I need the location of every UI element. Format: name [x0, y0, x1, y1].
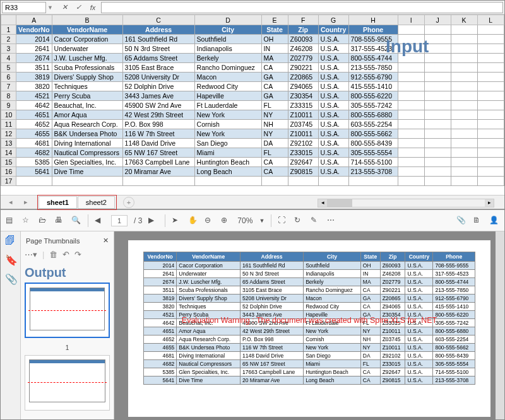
- cell[interactable]: 65 Addams Street: [122, 54, 194, 63]
- row-header[interactable]: 3: [1, 44, 16, 54]
- cell[interactable]: 5385: [16, 158, 52, 167]
- cell[interactable]: 161 Southfield Rd: [122, 35, 194, 44]
- formula-input[interactable]: [101, 2, 503, 13]
- cell[interactable]: CA: [261, 82, 288, 91]
- cell[interactable]: 5208 University Dr: [122, 73, 194, 82]
- add-sheet-button[interactable]: +: [123, 197, 134, 208]
- cell[interactable]: Z46208: [288, 44, 318, 54]
- cell[interactable]: U.S.A.: [318, 44, 348, 54]
- column-header[interactable]: L: [477, 15, 504, 25]
- cell[interactable]: Cornish: [194, 120, 261, 129]
- row-header[interactable]: 16: [1, 167, 16, 177]
- more-icon[interactable]: ⋯: [327, 216, 337, 226]
- cell[interactable]: 4655: [16, 129, 52, 139]
- cell[interactable]: 116 W 7th Street: [122, 129, 194, 139]
- cell[interactable]: 2014: [16, 35, 52, 44]
- cell[interactable]: Nautical Compressors: [52, 148, 122, 158]
- cell[interactable]: Z60093: [288, 35, 318, 44]
- cell[interactable]: 1148 David Drive: [122, 139, 194, 148]
- zoom-out-icon[interactable]: ⊖: [205, 216, 215, 226]
- cell[interactable]: J.W. Luscher Mfg.: [52, 54, 122, 63]
- cell[interactable]: Techniques: [52, 82, 122, 91]
- cell[interactable]: Z10011: [288, 110, 318, 120]
- cell[interactable]: Cacor Corporation: [52, 35, 122, 44]
- header-cell[interactable]: City: [194, 25, 261, 35]
- share-icon[interactable]: 👤: [489, 216, 499, 226]
- cell[interactable]: 52 Dolphin Drive: [122, 82, 194, 91]
- cell[interactable]: 3105 East Brace: [122, 63, 194, 73]
- row-header[interactable]: 2: [1, 35, 16, 44]
- cell[interactable]: U.S.A.: [318, 110, 348, 120]
- row-header[interactable]: 10: [1, 110, 16, 120]
- pointer-icon[interactable]: ➤: [172, 216, 182, 226]
- cell[interactable]: NH: [261, 120, 288, 129]
- close-icon[interactable]: ✕: [103, 236, 109, 245]
- redo-icon[interactable]: ↷: [74, 250, 81, 259]
- column-header[interactable]: G: [318, 15, 348, 25]
- cell[interactable]: U.S.A.: [318, 120, 348, 129]
- fit-icon[interactable]: ⛶: [278, 216, 288, 226]
- cell[interactable]: 305-555-7242: [348, 101, 398, 110]
- cell[interactable]: 65 NW 167 Street: [122, 148, 194, 158]
- row-header[interactable]: 13: [1, 139, 16, 148]
- cell[interactable]: Z33315: [288, 101, 318, 110]
- cell[interactable]: Z30354: [288, 91, 318, 101]
- header-cell[interactable]: VendorName: [52, 25, 122, 35]
- cell[interactable]: Z02779: [288, 54, 318, 63]
- cell[interactable]: 213-555-7850: [348, 63, 398, 73]
- cell[interactable]: Dive Time: [52, 167, 122, 177]
- row-header[interactable]: 4: [1, 54, 16, 63]
- tab-nav[interactable]: ◂▸: [1, 198, 36, 206]
- cell[interactable]: U.S.A.: [318, 91, 348, 101]
- cell[interactable]: Indianapolis: [194, 44, 261, 54]
- cell[interactable]: 4682: [16, 148, 52, 158]
- header-cell[interactable]: State: [261, 25, 288, 35]
- cell[interactable]: Z92102: [288, 139, 318, 148]
- cell[interactable]: Southfield: [194, 35, 261, 44]
- header-cell[interactable]: Zip: [288, 25, 318, 35]
- cell[interactable]: Underwater: [52, 44, 122, 54]
- cell[interactable]: CA: [261, 63, 288, 73]
- cell[interactable]: 415-555-1410: [348, 82, 398, 91]
- column-header[interactable]: K: [451, 15, 477, 25]
- enter-icon[interactable]: ✓: [73, 2, 85, 13]
- cell[interactable]: Diving International: [52, 139, 122, 148]
- cell[interactable]: 3443 James Ave: [122, 91, 194, 101]
- cell[interactable]: Z92647: [288, 158, 318, 167]
- cell[interactable]: U.S.A.: [318, 129, 348, 139]
- cell[interactable]: MA: [261, 54, 288, 63]
- row-header[interactable]: 7: [1, 82, 16, 91]
- cell[interactable]: U.S.A.: [318, 82, 348, 91]
- cell[interactable]: Divers' Supply Shop: [52, 73, 122, 82]
- worksheet[interactable]: ABCDEFGHIJKL1VendorNoVendorNameAddressCi…: [1, 15, 504, 195]
- cell[interactable]: U.S.A.: [318, 139, 348, 148]
- thumb-options-icon[interactable]: ⋯▾: [25, 250, 37, 259]
- thumbnails-icon[interactable]: 🗐: [5, 235, 16, 247]
- cell[interactable]: Redwood City: [194, 82, 261, 91]
- sheet-tab[interactable]: sheet2: [78, 196, 115, 209]
- cell[interactable]: Z20865: [288, 73, 318, 82]
- vertical-scrollbar[interactable]: [496, 231, 504, 419]
- cell[interactable]: 17663 Campbell Lane: [122, 158, 194, 167]
- cell[interactable]: U.S.A.: [318, 158, 348, 167]
- cell[interactable]: Z90815: [288, 167, 318, 177]
- rotate-icon[interactable]: ↻: [294, 216, 304, 226]
- notes-icon[interactable]: 🗎: [473, 216, 483, 226]
- cell[interactable]: Long Beach: [194, 167, 261, 177]
- zoom-in-icon[interactable]: ⊕: [221, 216, 231, 226]
- cell[interactable]: 3819: [16, 73, 52, 82]
- cell[interactable]: FL: [261, 148, 288, 158]
- sidebar-toggle-icon[interactable]: ▤: [6, 216, 16, 226]
- cell[interactable]: New York: [194, 110, 261, 120]
- row-header[interactable]: 9: [1, 101, 16, 110]
- cell[interactable]: 4651: [16, 110, 52, 120]
- row-header[interactable]: 14: [1, 148, 16, 158]
- cell[interactable]: GA: [261, 73, 288, 82]
- cell[interactable]: 4681: [16, 139, 52, 148]
- zoom-level[interactable]: 70%: [237, 216, 252, 225]
- cell[interactable]: 305-555-5554: [348, 148, 398, 158]
- cell[interactable]: 213-555-3708: [348, 167, 398, 177]
- bookmark-icon[interactable]: 🔖: [5, 254, 16, 265]
- cell[interactable]: Macon: [194, 73, 261, 82]
- row-header[interactable]: 6: [1, 73, 16, 82]
